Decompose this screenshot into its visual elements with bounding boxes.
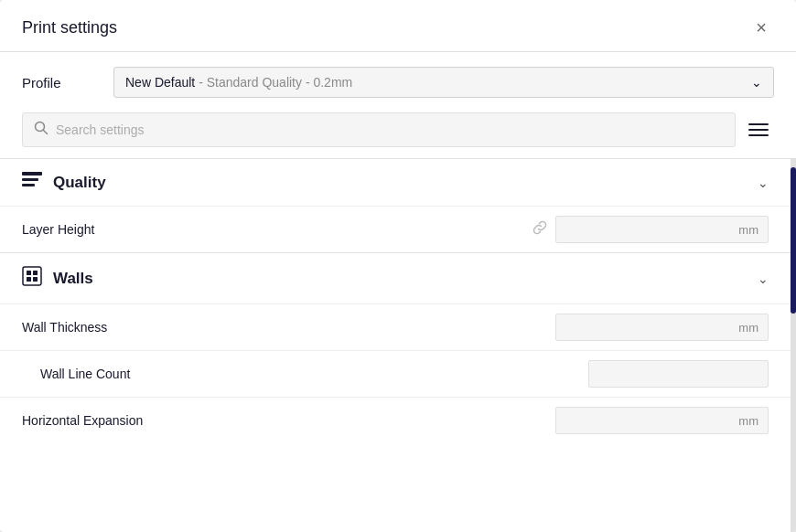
menu-icon [748,134,769,136]
profile-select-detail: - Standard Quality - 0.2mm [199,75,352,90]
print-settings-dialog: Print settings × Profile New Default - S… [0,0,796,532]
settings-list: Quality ⌄ Layer Height 0.2 mm [0,158,791,532]
menu-button[interactable] [743,118,774,142]
horizontal-expansion-controls: 0.0 mm [555,407,769,434]
layer-height-input-group: 0.2 mm [555,216,769,243]
svg-rect-3 [22,178,38,181]
svg-rect-7 [33,271,38,275]
profile-select-text: New Default - Standard Quality - 0.2mm [125,75,352,90]
svg-rect-4 [22,184,35,186]
menu-icon [748,123,769,125]
profile-chevron-icon: ⌄ [751,75,762,90]
wall-line-count-input-group: 2 [588,360,769,388]
scrollbar[interactable] [791,158,796,532]
quality-icon [22,172,42,193]
profile-row: Profile New Default - Standard Quality -… [0,52,796,112]
dialog-title: Print settings [22,18,117,37]
horizontal-expansion-unit: mm [735,409,768,433]
wall-thickness-input-group: 0.8 mm [555,314,769,341]
svg-rect-2 [22,172,42,176]
profile-select[interactable]: New Default - Standard Quality - 0.2mm ⌄ [113,67,774,98]
walls-icon [22,266,42,291]
quality-chevron-icon: ⌄ [758,176,769,190]
quality-section-header-left: Quality [22,172,106,193]
layer-height-input[interactable]: 0.2 [556,217,735,242]
wall-thickness-unit: mm [735,315,768,340]
walls-section-header-left: Walls [22,266,93,291]
menu-icon [748,129,769,131]
profile-label: Profile [22,75,95,90]
search-row [0,112,796,158]
search-container [22,112,736,147]
wall-line-count-input[interactable]: 2 [589,361,768,387]
wall-line-count-controls: 2 [588,360,769,388]
svg-rect-9 [33,277,38,282]
layer-height-controls: 0.2 mm [532,216,769,243]
wall-line-count-row: Wall Line Count 2 [0,350,791,397]
svg-line-1 [44,131,48,134]
close-button[interactable]: × [748,15,774,40]
search-icon [34,121,48,139]
svg-rect-8 [27,277,31,282]
walls-chevron-icon: ⌄ [758,271,769,286]
search-input[interactable] [56,122,724,137]
wall-thickness-label: Wall Thickness [22,320,555,335]
svg-rect-6 [27,271,31,275]
dialog-header: Print settings × [0,0,796,52]
horizontal-expansion-input[interactable]: 0.0 [556,408,735,433]
wall-thickness-controls: 0.8 mm [555,314,769,341]
horizontal-expansion-label: Horizontal Expansion [22,413,555,428]
content-area: Quality ⌄ Layer Height 0.2 mm [0,158,796,532]
svg-rect-5 [23,267,41,285]
wall-thickness-row: Wall Thickness 0.8 mm [0,303,791,350]
scrollbar-thumb[interactable] [791,167,796,314]
wall-line-count-label: Wall Line Count [40,367,588,381]
quality-section-header[interactable]: Quality ⌄ [0,158,791,206]
horizontal-expansion-input-group: 0.0 mm [555,407,769,434]
layer-height-unit: mm [735,218,768,242]
layer-height-label: Layer Height [22,222,532,237]
quality-section-title: Quality [53,174,106,192]
layer-height-row: Layer Height 0.2 mm [0,206,791,252]
walls-section-title: Walls [53,270,93,288]
horizontal-expansion-row: Horizontal Expansion 0.0 mm [0,397,791,443]
walls-section-header[interactable]: Walls ⌄ [0,252,791,303]
wall-thickness-input[interactable]: 0.8 [556,314,735,340]
link-icon[interactable] [532,219,548,239]
